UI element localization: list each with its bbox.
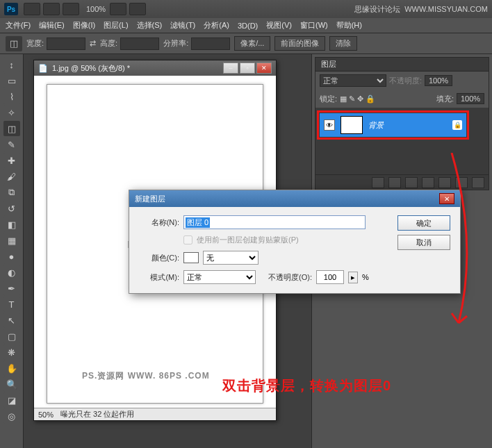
menu-analysis[interactable]: 分析(A) [204, 20, 229, 31]
opacity-label: 不透明度: [389, 76, 422, 86]
mode-select[interactable]: 正常 [183, 270, 256, 284]
height-input[interactable] [120, 38, 159, 50]
cancel-button[interactable]: 取消 [397, 235, 450, 250]
opacity-stepper-icon[interactable]: ▸ [348, 272, 358, 283]
eraser-tool-icon[interactable]: ◧ [3, 217, 20, 232]
history-brush-icon[interactable]: ↺ [3, 201, 20, 216]
zoom-display[interactable]: 100% [86, 5, 106, 13]
ok-button[interactable]: 确定 [397, 215, 450, 231]
fx-icon[interactable] [388, 177, 401, 188]
blend-mode-select[interactable]: 正常 [320, 74, 386, 87]
hand-tool-icon[interactable]: ✋ [3, 360, 20, 376]
path-tool-icon[interactable]: ↖ [3, 313, 20, 328]
adjustment-icon[interactable] [422, 177, 434, 188]
front-image-button[interactable]: 前面的图像 [274, 36, 325, 51]
crop-tool-icon[interactable]: ◫ [3, 121, 20, 136]
lock-icons[interactable]: ▦ ✎ ✥ 🔒 [340, 94, 375, 103]
mode-label: 模式(M): [139, 272, 179, 283]
layers-panel-footer [315, 174, 489, 190]
layers-tab[interactable]: 图层 [315, 58, 489, 72]
visibility-icon[interactable]: 👁 [324, 119, 335, 131]
menu-file[interactable]: 文件(F) [6, 20, 31, 31]
menu-help[interactable]: 帮助(H) [336, 20, 362, 31]
titlebar-btn[interactable] [63, 3, 79, 15]
crop-tool-icon[interactable]: ◫ [6, 36, 22, 51]
menubar: 文件(F) 编辑(E) 图像(I) 图层(L) 选择(S) 滤镜(T) 分析(A… [0, 18, 492, 33]
titlebar-btn[interactable] [129, 3, 146, 15]
ps-logo-icon: Ps [4, 3, 18, 15]
fill-input[interactable] [457, 93, 484, 104]
dialog-title: 新建图层 [135, 194, 439, 204]
height-label: 高度: [100, 38, 117, 49]
fill-label: 填充: [436, 94, 454, 104]
titlebar-btn[interactable] [24, 3, 40, 15]
clipmask-checkbox [183, 235, 192, 244]
menu-image[interactable]: 图像(I) [73, 20, 95, 31]
shape-tool-icon[interactable]: ▢ [3, 329, 20, 344]
menu-window[interactable]: 窗口(W) [300, 20, 328, 31]
trash-icon[interactable] [472, 177, 484, 188]
layer-name-input[interactable]: 图层 0 [183, 215, 366, 229]
swap-icon[interactable]: ⇄ [90, 39, 96, 48]
color-swatch [183, 252, 199, 263]
color-select[interactable]: 无 [203, 251, 259, 265]
new-layer-dialog: 新建图层 ✕ 名称(N): 图层 0 使用前一图层创建剪贴蒙版(P) 颜色(C)… [129, 190, 461, 294]
zoom-value[interactable]: 50% [38, 410, 54, 419]
dialog-opacity-label: 不透明度(O): [268, 272, 312, 283]
new-layer-icon[interactable] [455, 177, 468, 188]
menu-select[interactable]: 选择(S) [137, 20, 163, 31]
gradient-tool-icon[interactable]: ▦ [3, 233, 20, 248]
lasso-tool-icon[interactable]: ⌇ [3, 89, 20, 104]
mask-icon[interactable] [405, 177, 418, 188]
color-label: 颜色(C): [139, 253, 179, 263]
dialog-close-button[interactable]: ✕ [439, 193, 454, 204]
marquee-tool-icon[interactable]: ▭ [3, 73, 20, 88]
layer-name[interactable]: 背景 [368, 120, 384, 131]
menu-edit[interactable]: 编辑(E) [39, 20, 65, 31]
menu-3d[interactable]: 3D(D) [238, 22, 258, 30]
close-button[interactable]: ✕ [256, 63, 272, 74]
quickmask-icon[interactable]: ◎ [3, 408, 20, 424]
heal-tool-icon[interactable]: ✚ [3, 153, 20, 168]
pixels-dropdown[interactable]: 像素/... [234, 36, 270, 51]
width-input[interactable] [47, 38, 85, 50]
layer-row[interactable]: 👁 背景 🔒 [320, 113, 466, 137]
blur-tool-icon[interactable]: ● [3, 249, 20, 264]
layer-thumbnail[interactable] [341, 116, 363, 134]
dialog-titlebar[interactable]: 新建图层 ✕ [129, 190, 460, 207]
document-statusbar: 50% 曝光只在 32 位起作用 [34, 408, 276, 420]
clear-button[interactable]: 清除 [329, 36, 357, 51]
maximize-button[interactable]: ▫ [240, 63, 255, 74]
3d-tool-icon[interactable]: ❋ [3, 345, 20, 360]
annotation-text: 双击背景层，转换为图层0 [222, 376, 391, 395]
titlebar-btn[interactable] [43, 3, 60, 15]
type-tool-icon[interactable]: T [3, 297, 20, 312]
wand-tool-icon[interactable]: ✧ [3, 105, 20, 120]
name-label: 名称(N): [139, 217, 179, 228]
toolbox: ↕ ▭ ⌇ ✧ ◫ ✎ ✚ 🖌 ⧉ ↺ ◧ ▦ ● ◐ ✒ T ↖ ▢ ❋ ✋ … [0, 54, 24, 448]
move-tool-icon[interactable]: ↕ [3, 57, 20, 72]
width-label: 宽度: [26, 38, 44, 49]
dialog-opacity-input[interactable] [316, 270, 344, 284]
link-layers-icon[interactable] [372, 177, 384, 188]
titlebar-btn[interactable] [110, 3, 126, 15]
resolution-input[interactable] [191, 38, 230, 50]
document-titlebar[interactable]: 📄 1.jpg @ 50% (灰色/8) * – ▫ ✕ [34, 60, 276, 76]
zoom-tool-icon[interactable]: 🔍 [3, 376, 20, 392]
menu-filter[interactable]: 滤镜(T) [170, 20, 195, 31]
app-titlebar: Ps 100% 思缘设计论坛 WWW.MISSYUAN.COM [0, 0, 492, 18]
dodge-tool-icon[interactable]: ◐ [3, 265, 20, 280]
brush-tool-icon[interactable]: 🖌 [3, 169, 20, 184]
resolution-label: 分辨率: [163, 38, 188, 49]
opacity-input[interactable] [425, 75, 452, 86]
pen-tool-icon[interactable]: ✒ [3, 281, 20, 296]
menu-layer[interactable]: 图层(L) [104, 20, 128, 31]
menu-view[interactable]: 视图(V) [266, 20, 292, 31]
eyedropper-tool-icon[interactable]: ✎ [3, 137, 20, 152]
group-icon[interactable] [438, 177, 451, 188]
color-swatch-icon[interactable]: ◪ [3, 392, 20, 408]
watermark-text: PS.资源网 WWW. 86PS .COM [82, 370, 210, 382]
options-bar: ◫ 宽度: ⇄ 高度: 分辨率: 像素/... 前面的图像 清除 [0, 33, 492, 54]
minimize-button[interactable]: – [223, 63, 238, 74]
stamp-tool-icon[interactable]: ⧉ [3, 185, 20, 200]
